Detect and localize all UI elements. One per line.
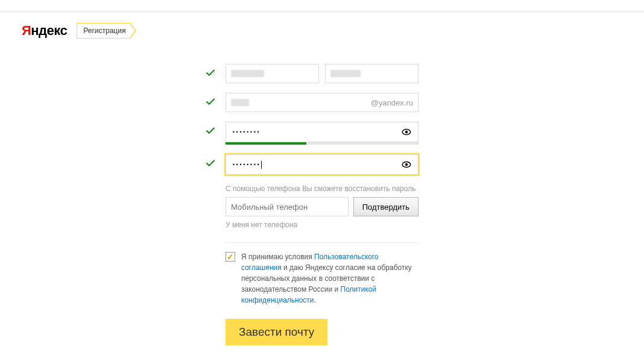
divider xyxy=(226,242,418,243)
registration-tag: Регистрация xyxy=(77,23,131,39)
terms-text: Я принимаю условия Пользовательского сог… xyxy=(241,251,418,306)
eye-icon[interactable] xyxy=(401,127,412,137)
phone-hint: С помощью телефона Вы сможете восстанови… xyxy=(226,184,418,193)
check-icon xyxy=(205,96,216,107)
firstname-input[interactable] xyxy=(226,64,319,83)
confirm-password-input[interactable]: •••••••• xyxy=(226,154,418,175)
login-suffix: @yandex.ru xyxy=(371,98,413,107)
login-input[interactable]: @yandex.ru xyxy=(226,93,418,112)
yandex-logo[interactable]: Яндекс xyxy=(22,23,67,39)
password-strength-bar xyxy=(226,142,418,145)
confirm-phone-button[interactable]: Подтвердить xyxy=(353,197,418,216)
no-phone-link[interactable]: У меня нет телефона xyxy=(226,221,418,229)
lastname-input[interactable] xyxy=(325,64,418,83)
submit-button[interactable]: Завести почту xyxy=(226,319,327,345)
check-icon xyxy=(205,125,216,136)
phone-input[interactable] xyxy=(226,197,349,216)
svg-point-1 xyxy=(406,131,408,133)
check-icon xyxy=(205,158,216,169)
svg-point-3 xyxy=(406,164,408,166)
eye-icon[interactable] xyxy=(401,159,412,170)
password-input[interactable]: •••••••• xyxy=(226,122,418,142)
terms-checkbox[interactable] xyxy=(226,252,235,262)
check-icon xyxy=(205,68,216,78)
